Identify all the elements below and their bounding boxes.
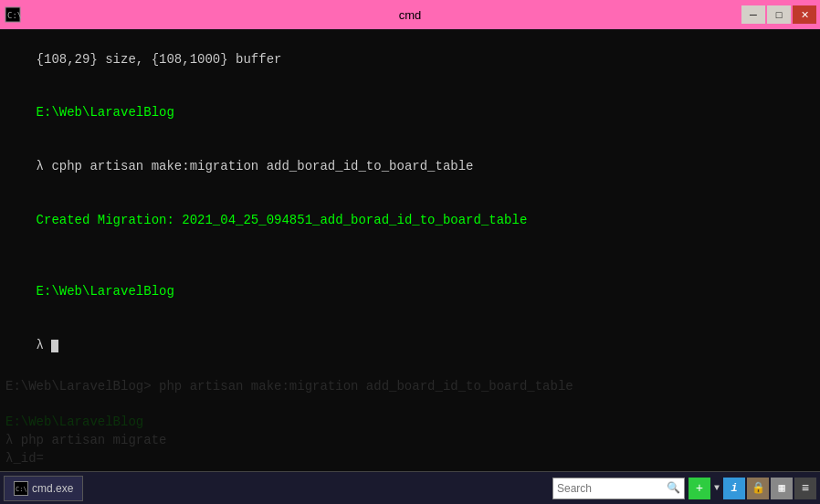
ghost-line-2 [5, 396, 815, 415]
taskbar-icon-group: + ▼ i 🔒 ▦ ≡ [689, 478, 816, 499]
window-controls: ─ □ ✕ [741, 5, 816, 24]
close-button[interactable]: ✕ [793, 5, 816, 24]
terminal-line-4: Created Migration: 2021_04_25_094851_add… [5, 194, 815, 247]
dropdown-arrow-button[interactable]: ▼ [712, 483, 721, 493]
menu-icon-button[interactable]: ≡ [794, 478, 816, 499]
cursor-blink [51, 340, 58, 352]
minimize-button[interactable]: ─ [741, 5, 765, 24]
terminal-line-1: {108,29} size, {108,1000} buffer [5, 33, 815, 87]
search-input[interactable] [557, 482, 667, 495]
taskbar: C:\ cmd.exe 🔍 + ▼ i 🔒 ▦ ≡ [0, 471, 820, 504]
taskbar-app-label: cmd.exe [32, 482, 73, 495]
svg-text:C:\: C:\ [16, 486, 27, 493]
window-title: cmd [399, 8, 422, 22]
grid-icon-button[interactable]: ▦ [771, 478, 793, 499]
terminal-line-5 [5, 247, 815, 266]
title-bar-left: C:\ [4, 5, 22, 24]
search-icon[interactable]: 🔍 [667, 481, 680, 495]
taskbar-app-cmdexe[interactable]: C:\ cmd.exe [4, 476, 83, 501]
cmd-icon: C:\ [4, 5, 22, 24]
terminal-window: {108,29} size, {108,1000} buffer E:\Web\… [0, 29, 820, 471]
taskbar-search-box[interactable]: 🔍 [552, 478, 685, 499]
prompt-text: λ [37, 338, 52, 352]
ghost-line-5: λ_id= [5, 450, 815, 468]
ghost-line-3: E:\Web\LaravelBlog [5, 414, 815, 432]
taskbar-app-icon: C:\ [14, 481, 28, 496]
terminal-line-3: λ cphp artisan make:migration add_borad_… [5, 141, 815, 194]
terminal-line-2: E:\Web\LaravelBlog [5, 87, 815, 141]
ghost-line-4: λ php artisan migrate [5, 432, 815, 450]
terminal-line-6: E:\Web\LaravelBlog [5, 266, 815, 320]
svg-text:C:\: C:\ [7, 11, 21, 20]
terminal-line-7: λ [5, 320, 815, 373]
maximize-button[interactable]: □ [767, 5, 791, 24]
title-bar: C:\ cmd ─ □ ✕ [0, 0, 820, 29]
lock-icon-button[interactable]: 🔒 [747, 478, 769, 499]
ghost-line-1: E:\Web\LaravelBlog> php artisan make:mig… [5, 378, 815, 396]
ghost-line-6 [5, 467, 815, 471]
info-icon-button[interactable]: i [723, 478, 745, 499]
add-icon-button[interactable]: + [689, 478, 710, 499]
